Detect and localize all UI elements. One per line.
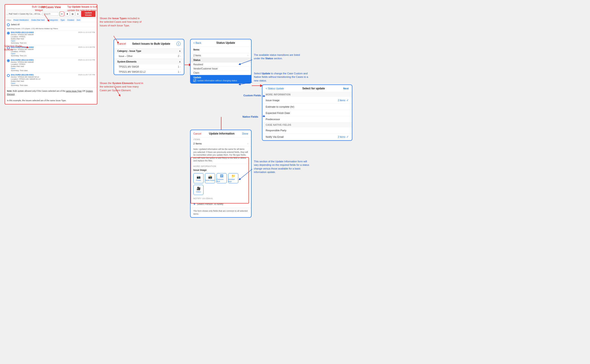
system-row-2[interactable]: TP5S21.MV SWGR.52.L2 1 ›	[114, 70, 184, 75]
vertical-connector-1	[221, 117, 221, 131]
custom-fields-arrow	[262, 96, 262, 96]
back-button[interactable]: < Back	[193, 41, 201, 44]
status-vendor-row[interactable]: Vendor/Customer Issue	[191, 67, 251, 71]
filter-tag-type[interactable]: Type	[60, 19, 65, 21]
matching-text: Matching Issues: 172 (Open: 172) 489 Ite…	[5, 27, 97, 30]
chevron-right-icon: ›	[180, 55, 181, 58]
update-info-header: Cancel Update Information Done	[191, 130, 251, 137]
status-update-title: Status Update	[203, 41, 248, 45]
case-radio-4[interactable]	[7, 74, 10, 77]
issue-image-subheader: Issue Image	[191, 168, 251, 172]
arrow-p2-p3	[185, 65, 185, 65]
items-count-update: 2 Items	[193, 142, 202, 145]
case-item-3[interactable]: DULYARD-201113-0001 Device: TP5521.MV SW…	[5, 58, 97, 73]
update-info-varies-annotation: This section of the Update Information f…	[254, 160, 309, 174]
update-info-panel: Cancel Update Information Done ITEMS 2 I…	[190, 130, 252, 218]
system-row-1-number: 1	[178, 65, 179, 68]
another-app-label: Another App	[228, 178, 238, 182]
select-update-header: < Status Update Select for update Next	[262, 85, 352, 92]
issue-other-label: Issue – Other	[119, 55, 133, 58]
field-predecessor[interactable]: Predecessor	[262, 116, 352, 123]
info-icon[interactable]: ℹ	[76, 12, 80, 16]
status-resolved-row[interactable]: Resolved	[191, 63, 251, 67]
selection-radio-label: Selection Radio Buttons	[4, 45, 22, 51]
items-chevron-update-icon: ›	[248, 143, 248, 145]
case-date-2: 2020-11-13 3:36 PM	[78, 46, 95, 48]
filter-tag-dulles[interactable]: Dulles Rail Yard	[30, 19, 46, 21]
case-radio-1[interactable]	[7, 32, 10, 34]
issue-other-row[interactable]: Issue – Other 2 ›	[114, 54, 184, 59]
video-button[interactable]: 🎥 Video	[193, 185, 204, 195]
status-claim-row[interactable]: Claim	[191, 71, 251, 75]
arrow-p3-p4	[252, 86, 252, 86]
items-count-row[interactable]: 2 Items ›	[191, 53, 251, 58]
case-item-1[interactable]: DULYARD-201113-0003 Device: TP5521.MV SW…	[5, 30, 97, 45]
case-item-4[interactable]: DULYARD-201109-0001 Device: TP5S21.MV SW…	[5, 73, 97, 88]
field-issue-image-count: 2 Items ✓	[338, 99, 349, 102]
video-label: Video	[196, 191, 201, 193]
another-app-button[interactable]: 📁 Another App	[228, 173, 238, 183]
bulk-update-label: Bulk UpdateWidget	[32, 5, 46, 12]
columns-icon[interactable]: ⊞	[70, 12, 75, 16]
bulk-update-arrow	[44, 14, 44, 14]
photo-icons-row: 📷 Photo 📸 Multi Photo 🖼 Camera Roll 📁 An…	[191, 172, 251, 196]
selection-radio-arrow	[20, 46, 20, 46]
select-person-row[interactable]: + Select Person To Notify	[191, 200, 251, 208]
case-radio-3[interactable]	[7, 59, 10, 62]
field-issue-image[interactable]: Issue Image 2 Items ✓	[262, 97, 352, 104]
status-update-back-button[interactable]: < Status Update	[266, 87, 284, 90]
chevron-right-system-2-icon: ›	[180, 71, 181, 73]
cancel-update-button[interactable]: Cancel	[193, 132, 201, 135]
filter-tag-power[interactable]: Power Distribution	[13, 19, 30, 21]
field-notify-email-label: Notify Via Email	[266, 136, 283, 138]
select-person-label: Select Person To Notify	[197, 203, 223, 205]
items-count-row-update[interactable]: 2 Items ›	[191, 141, 251, 146]
breadcrumb: ... Rail Yard » Cases My Ca... All Ca...	[7, 13, 41, 15]
plus-icon: +	[193, 202, 195, 206]
status-claim-label: Claim	[193, 72, 199, 74]
camera-roll-label: Camera Roll	[217, 178, 227, 182]
system-row-1[interactable]: TP5S21.MV SWGR 1 ›	[114, 64, 184, 70]
update-checkbox[interactable]	[193, 79, 196, 82]
issue-other-number: 2	[178, 55, 179, 58]
multi-photo-button[interactable]: 📸 Multi Photo	[205, 173, 215, 183]
chevron-up-system-icon[interactable]: ∧	[179, 60, 181, 63]
next-button[interactable]: Next	[343, 87, 349, 90]
camera-roll-button[interactable]: 🖼 Camera Roll	[216, 173, 227, 183]
case-info-3: DULYARD-201113-0001 Device: TP5521.MV SW…	[11, 59, 77, 72]
form-note-text: The form shows only fields that are comm…	[191, 208, 251, 217]
cancel-button[interactable]: Cancel	[117, 42, 126, 46]
items-chevron-icon: ›	[248, 54, 248, 57]
filter-tag-sort[interactable]: Sort	[76, 19, 81, 21]
field-notify-email[interactable]: Notify Via Email 2 Items ✓	[262, 134, 352, 140]
status-resolved-label: Resolved	[193, 63, 203, 66]
select-all-radio[interactable]	[7, 23, 10, 26]
issue-types-arrow	[114, 36, 114, 36]
info-icon-select[interactable]: i	[176, 42, 181, 46]
case-id-4: DULYARD-201109-0001	[11, 74, 77, 76]
field-estimate-label: Estimate to complete (hr)	[266, 105, 294, 108]
notify-email-label: NOTIFY VIA EMAIL	[191, 196, 251, 200]
update-row[interactable]: Update Update information without changi…	[191, 75, 251, 83]
field-notify-email-items: 2 Items	[338, 136, 345, 138]
field-responsible-party[interactable]: Responsible Party	[262, 127, 352, 134]
update-info-title: Update Information	[209, 132, 234, 135]
more-info-label: MORE INFORMATION	[191, 164, 251, 168]
case-info-1: DULYARD-201113-0003 Device: TP5521.MV SW…	[11, 31, 77, 44]
select-issues-title: Select Issues to Bulk Update	[132, 42, 170, 46]
issue-other-count: 2 ›	[178, 55, 181, 58]
share-icon[interactable]: ⬆	[65, 12, 70, 16]
done-button[interactable]: Done	[242, 132, 248, 135]
filter-tag-created[interactable]: Created	[67, 19, 75, 21]
system-row-2-label: TP5S21.MV SWGR.52.L2	[119, 71, 146, 73]
items-count: 2 Items	[193, 54, 201, 57]
chevron-up-icon[interactable]: ∧	[179, 50, 181, 52]
field-estimate[interactable]: Estimate to complete (hr)	[262, 104, 352, 110]
more-info-section-header: More Information	[262, 92, 352, 97]
items-section-label: ITEMS	[191, 137, 251, 141]
photo-button[interactable]: 📷 Photo	[193, 173, 204, 183]
field-finish-date[interactable]: Expected Finish Date	[262, 110, 352, 116]
edit-icon[interactable]: ✏	[60, 12, 64, 16]
camera-roll-icon: 🖼	[220, 174, 223, 178]
system-row-2-count: 1 ›	[178, 71, 181, 73]
